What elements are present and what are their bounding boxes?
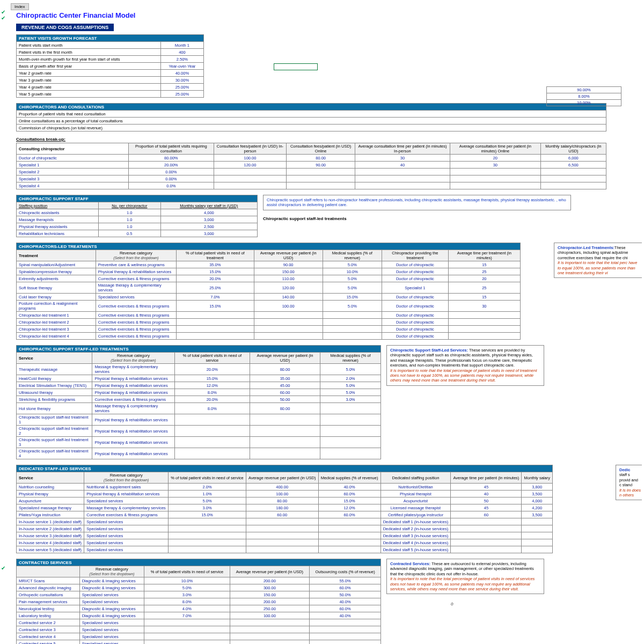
support-led-table: CHIROPRACTIC SUPPORT STAFF-LED TREATMENT…	[16, 345, 381, 459]
contracted-table: CONTRACTED SERVICES Revenue category(Sel…	[16, 559, 381, 644]
consult-breakup-label: Consultations break-up:	[16, 137, 65, 142]
chiro-led-table: CHIROPRACTORS-LED TREATMENTS Treatment R…	[16, 243, 521, 340]
index-button[interactable]: Index	[11, 3, 29, 10]
chiro-consult-table: CHIROPRACTORS AND CONSULTATIONS Proporti…	[16, 103, 606, 131]
floating-cell[interactable]	[274, 63, 318, 70]
gutter-checks: ✔✔ ✔	[1, 10, 5, 572]
support-led-note: Chiropractic Support Staff-Led Services:…	[386, 345, 544, 386]
consult-breakup-table: Consulting chiropractor Proportion of to…	[16, 143, 606, 189]
section-bar: REVENUE AND COGS ASSUMPTIONS	[16, 24, 114, 31]
support-staff-side-label: Chiropractic support staff-led treatment…	[263, 216, 347, 221]
contracted-stray-zero: 0	[451, 602, 453, 606]
page-title: Chiropractic Center Financial Model	[16, 11, 642, 19]
contracted-note: Contracted Services: These are outsource…	[386, 559, 544, 594]
support-staff-table: CHIROPRACTIC SUPPORT STAFF Staffing posi…	[16, 195, 258, 237]
support-staff-note: Chiropractic support staff refers to non…	[263, 195, 571, 210]
chiro-consult-right-vals: 90.00% 8.00% 10.00%	[546, 86, 621, 106]
dedicated-note: Dedic staff s provid and c stand It is i…	[616, 465, 642, 500]
patient-visits-table: PATIENT VISITS GROWTH FORECAST Patient v…	[16, 34, 204, 98]
dedicated-table: DEDICATED STAFF-LED SERVICES Service Rev…	[16, 465, 553, 553]
chiro-led-note: Chiropractor-Led Treatments:These chirop…	[554, 243, 642, 278]
